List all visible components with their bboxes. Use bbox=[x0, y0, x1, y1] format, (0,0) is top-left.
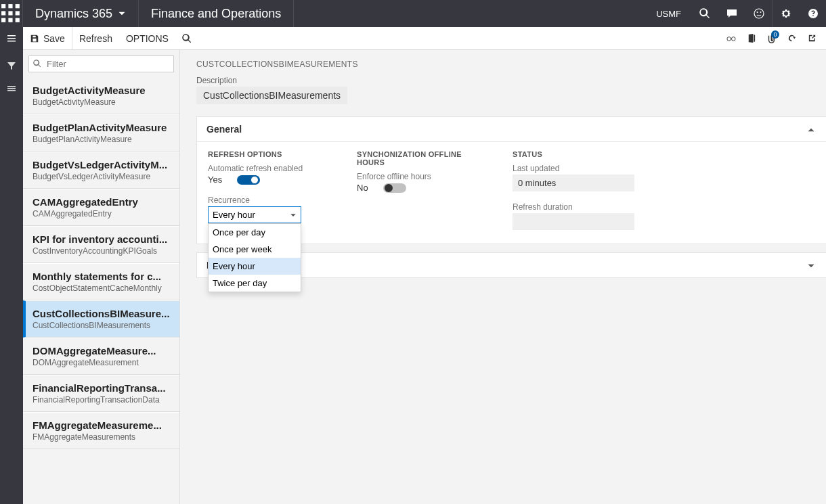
refresh-options-col: REFRESH OPTIONS Automatic refresh enable… bbox=[208, 150, 330, 230]
auto-refresh-label: Automatic refresh enabled bbox=[208, 164, 330, 173]
svg-rect-17 bbox=[7, 86, 16, 87]
messages-icon[interactable] bbox=[718, 0, 745, 27]
attachments-icon[interactable]: 0 bbox=[761, 27, 781, 50]
filter-search-icon bbox=[33, 60, 41, 68]
dropdown-option[interactable]: Once per week bbox=[209, 241, 301, 258]
list-item-sub: BudgetVsLedgerActivityMeasure bbox=[32, 172, 170, 181]
status-col: STATUS Last updated 0 minutes Refresh du… bbox=[513, 150, 634, 230]
svg-rect-14 bbox=[7, 41, 16, 42]
svg-rect-5 bbox=[16, 11, 20, 15]
list-item-sub: DOMAggregateMeasurement bbox=[32, 358, 170, 367]
list-item-title: FinancialReportingTransa... bbox=[32, 382, 170, 394]
smile-icon[interactable] bbox=[745, 0, 772, 27]
svg-rect-7 bbox=[8, 18, 12, 22]
list-item[interactable]: BudgetActivityMeasureBudgetActivityMeasu… bbox=[23, 78, 179, 114]
last-updated-value: 0 minutes bbox=[513, 175, 634, 191]
popout-icon[interactable] bbox=[802, 27, 822, 50]
list-item-sub: BudgetPlanActivityMeasure bbox=[32, 135, 170, 144]
list-item[interactable]: DOMAggregateMeasure...DOMAggregateMeasur… bbox=[23, 338, 179, 375]
list-item[interactable]: FMAggregateMeasureme...FMAggregateMeasur… bbox=[23, 412, 179, 449]
legal-entity[interactable]: USMF bbox=[647, 9, 691, 19]
list-item-sub: FMAggregateMeasurements bbox=[32, 432, 170, 442]
nav-toggle[interactable] bbox=[0, 27, 23, 50]
svg-point-9 bbox=[754, 9, 764, 18]
list-item[interactable]: CustCollectionsBIMeasure...CustCollectio… bbox=[23, 300, 179, 338]
svg-rect-13 bbox=[7, 38, 16, 39]
save-label: Save bbox=[43, 33, 65, 44]
list-item-sub: CostInventoryAccountingKPIGoals bbox=[32, 246, 170, 256]
lines-rail-icon[interactable] bbox=[0, 77, 23, 100]
refresh-icon[interactable] bbox=[781, 27, 802, 50]
recurrence-value: Every hour bbox=[213, 210, 255, 220]
refresh-label: Refresh bbox=[79, 33, 112, 44]
enforce-value: No bbox=[357, 183, 368, 193]
dropdown-option[interactable]: Every hour bbox=[209, 258, 301, 275]
module-label[interactable]: Finance and Operations bbox=[139, 0, 294, 27]
list-item[interactable]: Monthly statements for c...CostObjectSta… bbox=[23, 263, 179, 300]
filter-input[interactable] bbox=[28, 55, 174, 72]
list-item-sub: BudgetActivityMeasure bbox=[32, 97, 170, 107]
svg-rect-0 bbox=[1, 4, 5, 8]
brand-label: Dynamics 365 bbox=[35, 7, 112, 21]
dropdown-option[interactable]: Twice per day bbox=[209, 275, 301, 292]
list-item-title: KPI for inventory accounti... bbox=[32, 233, 170, 245]
dropdown-option[interactable]: Once per day bbox=[209, 224, 301, 241]
options-button[interactable]: OPTIONS bbox=[119, 27, 175, 50]
filter-input-wrap bbox=[28, 55, 174, 72]
list-item-title: FMAggregateMeasureme... bbox=[32, 419, 170, 431]
list-item[interactable]: KPI for inventory accounti...CostInvento… bbox=[23, 226, 179, 263]
office-icon[interactable] bbox=[741, 27, 761, 50]
help-icon[interactable] bbox=[799, 0, 826, 27]
svg-rect-19 bbox=[7, 90, 16, 91]
sidebar-list[interactable]: BudgetActivityMeasureBudgetActivityMeasu… bbox=[23, 78, 179, 504]
gear-icon[interactable] bbox=[772, 0, 799, 27]
general-panel: General REFRESH OPTIONS Automatic refres… bbox=[196, 116, 826, 244]
search-icon[interactable] bbox=[691, 0, 718, 27]
svg-rect-3 bbox=[1, 11, 5, 15]
waffle-icon[interactable] bbox=[0, 0, 23, 27]
list-item-title: BudgetActivityMeasure bbox=[32, 85, 170, 96]
refresh-duration-value bbox=[513, 213, 634, 230]
svg-rect-1 bbox=[8, 4, 12, 8]
svg-rect-12 bbox=[7, 35, 16, 37]
list-item-title: BudgetPlanActivityMeasure bbox=[32, 122, 170, 133]
top-bar: Dynamics 365 Finance and Operations USMF bbox=[0, 0, 826, 27]
svg-point-16 bbox=[731, 37, 735, 41]
list-item[interactable]: FinancialReportingTransa...FinancialRepo… bbox=[23, 375, 179, 412]
refresh-button[interactable]: Refresh bbox=[72, 27, 119, 50]
save-button[interactable]: Save bbox=[23, 27, 72, 50]
recurrence-dropdown[interactable]: Once per dayOnce per weekEvery hourTwice… bbox=[208, 223, 301, 292]
list-item-sub: CAMAggregatedEntry bbox=[32, 209, 170, 219]
list-item[interactable]: CAMAggregatedEntryCAMAggregatedEntry bbox=[23, 189, 179, 226]
left-rail bbox=[0, 50, 23, 504]
filter-rail-icon[interactable] bbox=[0, 54, 23, 77]
brand-dropdown[interactable]: Dynamics 365 bbox=[23, 0, 139, 27]
chevron-up-icon bbox=[807, 124, 817, 134]
action-search-icon[interactable] bbox=[175, 27, 198, 50]
description-label: Description bbox=[196, 76, 826, 85]
list-item[interactable]: BudgetPlanActivityMeasureBudgetPlanActiv… bbox=[23, 114, 179, 152]
list-item-title: CustCollectionsBIMeasure... bbox=[32, 308, 170, 319]
sync-header: SYNCHONIZATION OFFLINE HOURS bbox=[357, 150, 485, 166]
badge-count: 0 bbox=[771, 30, 779, 39]
sidebar: BudgetActivityMeasureBudgetActivityMeasu… bbox=[23, 50, 180, 504]
svg-rect-8 bbox=[16, 18, 20, 22]
list-item-sub: CostObjectStatementCacheMonthly bbox=[32, 283, 170, 293]
svg-rect-4 bbox=[8, 11, 12, 15]
svg-point-11 bbox=[760, 12, 761, 13]
list-item[interactable]: BudgetVsLedgerActivityM...BudgetVsLedger… bbox=[23, 152, 179, 189]
status-header: STATUS bbox=[513, 150, 634, 158]
description-value: CustCollectionsBIMeasurements bbox=[196, 87, 347, 104]
enforce-toggle[interactable] bbox=[383, 183, 406, 193]
general-header[interactable]: General bbox=[197, 117, 826, 142]
options-label: OPTIONS bbox=[126, 33, 169, 44]
svg-point-15 bbox=[726, 37, 731, 41]
list-item-sub: FinancialReportingTransactionData bbox=[32, 395, 170, 405]
auto-refresh-toggle[interactable] bbox=[237, 175, 260, 185]
refresh-options-header: REFRESH OPTIONS bbox=[208, 150, 330, 158]
recurrence-combo[interactable]: Every hour bbox=[208, 206, 301, 223]
glasses-icon[interactable] bbox=[720, 27, 741, 50]
auto-refresh-value: Yes bbox=[208, 175, 222, 185]
list-item-title: Monthly statements for c... bbox=[32, 271, 170, 282]
sync-col: SYNCHONIZATION OFFLINE HOURS Enforce off… bbox=[357, 150, 485, 230]
